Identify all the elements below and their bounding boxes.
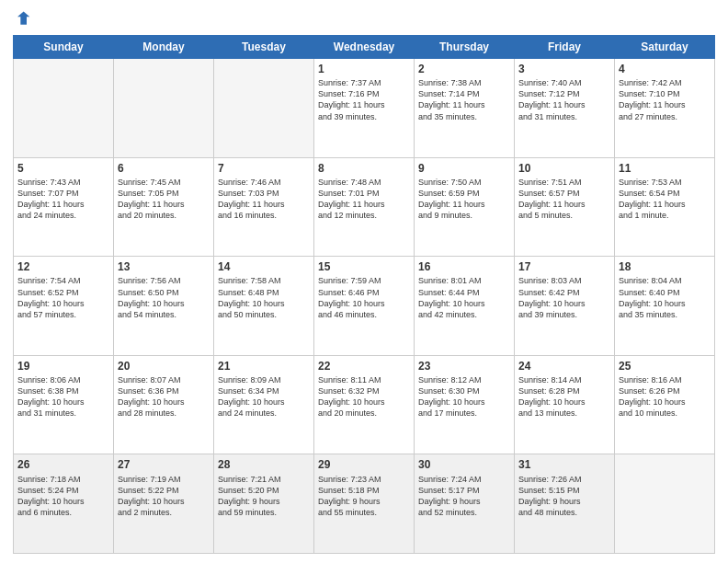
calendar-cell: 4Sunrise: 7:42 AM Sunset: 7:10 PM Daylig… (615, 59, 715, 158)
calendar-week-row: 19Sunrise: 8:06 AM Sunset: 6:38 PM Dayli… (14, 355, 715, 454)
day-number: 3 (518, 62, 610, 76)
header (13, 9, 715, 28)
day-info: Sunrise: 7:38 AM Sunset: 7:14 PM Dayligh… (418, 77, 510, 122)
calendar-cell: 12Sunrise: 7:54 AM Sunset: 6:52 PM Dayli… (14, 257, 114, 356)
day-info: Sunrise: 7:54 AM Sunset: 6:52 PM Dayligh… (17, 275, 109, 320)
day-number: 10 (518, 161, 610, 176)
calendar-cell (214, 59, 314, 158)
weekday-header-saturday: Saturday (615, 36, 715, 59)
page: SundayMondayTuesdayWednesdayThursdayFrid… (0, 0, 728, 563)
day-info: Sunrise: 7:37 AM Sunset: 7:16 PM Dayligh… (318, 77, 410, 122)
day-info: Sunrise: 8:04 AM Sunset: 6:40 PM Dayligh… (619, 275, 711, 320)
day-info: Sunrise: 7:46 AM Sunset: 7:03 PM Dayligh… (218, 177, 310, 222)
day-number: 8 (318, 161, 410, 176)
calendar-cell: 26Sunrise: 7:18 AM Sunset: 5:24 PM Dayli… (14, 454, 114, 554)
day-info: Sunrise: 8:01 AM Sunset: 6:44 PM Dayligh… (418, 275, 510, 320)
calendar-cell: 9Sunrise: 7:50 AM Sunset: 6:59 PM Daylig… (415, 157, 515, 257)
day-info: Sunrise: 7:59 AM Sunset: 6:46 PM Dayligh… (318, 275, 410, 320)
calendar-cell (114, 59, 214, 158)
day-number: 27 (118, 457, 210, 472)
weekday-header-thursday: Thursday (415, 36, 515, 59)
calendar-table: SundayMondayTuesdayWednesdayThursdayFrid… (13, 35, 715, 554)
day-number: 17 (518, 259, 610, 274)
calendar-week-row: 26Sunrise: 7:18 AM Sunset: 5:24 PM Dayli… (14, 454, 715, 554)
calendar-cell: 1Sunrise: 7:37 AM Sunset: 7:16 PM Daylig… (314, 59, 415, 158)
weekday-header-wednesday: Wednesday (314, 36, 415, 59)
day-number: 29 (318, 457, 410, 472)
day-number: 21 (218, 359, 310, 373)
day-number: 19 (17, 359, 109, 373)
calendar-cell (14, 59, 114, 158)
day-number: 2 (418, 62, 510, 76)
calendar-cell: 13Sunrise: 7:56 AM Sunset: 6:50 PM Dayli… (114, 257, 214, 356)
logo-icon (13, 9, 31, 28)
weekday-header-monday: Monday (114, 36, 214, 59)
calendar-cell: 18Sunrise: 8:04 AM Sunset: 6:40 PM Dayli… (615, 257, 715, 356)
day-info: Sunrise: 7:58 AM Sunset: 6:48 PM Dayligh… (218, 275, 310, 320)
day-info: Sunrise: 8:16 AM Sunset: 6:26 PM Dayligh… (619, 374, 711, 419)
day-number: 26 (17, 457, 109, 472)
day-number: 23 (418, 359, 510, 373)
calendar-week-row: 12Sunrise: 7:54 AM Sunset: 6:52 PM Dayli… (14, 257, 715, 356)
day-info: Sunrise: 8:09 AM Sunset: 6:34 PM Dayligh… (218, 374, 310, 419)
day-info: Sunrise: 7:23 AM Sunset: 5:18 PM Dayligh… (318, 474, 410, 519)
day-info: Sunrise: 7:18 AM Sunset: 5:24 PM Dayligh… (17, 474, 109, 519)
calendar-cell: 8Sunrise: 7:48 AM Sunset: 7:01 PM Daylig… (314, 157, 415, 257)
day-info: Sunrise: 7:51 AM Sunset: 6:57 PM Dayligh… (518, 177, 610, 222)
calendar-cell: 17Sunrise: 8:03 AM Sunset: 6:42 PM Dayli… (515, 257, 615, 356)
calendar-cell: 22Sunrise: 8:11 AM Sunset: 6:32 PM Dayli… (314, 355, 415, 454)
calendar-cell: 5Sunrise: 7:43 AM Sunset: 7:07 PM Daylig… (14, 157, 114, 257)
day-info: Sunrise: 7:48 AM Sunset: 7:01 PM Dayligh… (318, 177, 410, 222)
calendar-cell: 11Sunrise: 7:53 AM Sunset: 6:54 PM Dayli… (615, 157, 715, 257)
day-number: 12 (17, 259, 109, 274)
day-info: Sunrise: 7:56 AM Sunset: 6:50 PM Dayligh… (118, 275, 210, 320)
day-number: 25 (619, 359, 711, 373)
day-info: Sunrise: 7:24 AM Sunset: 5:17 PM Dayligh… (418, 474, 510, 519)
day-info: Sunrise: 7:26 AM Sunset: 5:15 PM Dayligh… (518, 474, 610, 519)
day-number: 14 (218, 259, 310, 274)
calendar-cell (615, 454, 715, 554)
calendar-week-row: 5Sunrise: 7:43 AM Sunset: 7:07 PM Daylig… (14, 157, 715, 257)
day-info: Sunrise: 7:40 AM Sunset: 7:12 PM Dayligh… (518, 77, 610, 122)
calendar-cell: 27Sunrise: 7:19 AM Sunset: 5:22 PM Dayli… (114, 454, 214, 554)
calendar-cell: 15Sunrise: 7:59 AM Sunset: 6:46 PM Dayli… (314, 257, 415, 356)
weekday-header-tuesday: Tuesday (214, 36, 314, 59)
calendar-cell: 20Sunrise: 8:07 AM Sunset: 6:36 PM Dayli… (114, 355, 214, 454)
weekday-header-friday: Friday (515, 36, 615, 59)
calendar-cell: 6Sunrise: 7:45 AM Sunset: 7:05 PM Daylig… (114, 157, 214, 257)
day-number: 22 (318, 359, 410, 373)
calendar-cell: 23Sunrise: 8:12 AM Sunset: 6:30 PM Dayli… (415, 355, 515, 454)
day-number: 20 (118, 359, 210, 373)
weekday-header-row: SundayMondayTuesdayWednesdayThursdayFrid… (14, 36, 715, 59)
calendar-cell: 24Sunrise: 8:14 AM Sunset: 6:28 PM Dayli… (515, 355, 615, 454)
calendar-cell: 21Sunrise: 8:09 AM Sunset: 6:34 PM Dayli… (214, 355, 314, 454)
calendar-week-row: 1Sunrise: 7:37 AM Sunset: 7:16 PM Daylig… (14, 59, 715, 158)
calendar-cell: 30Sunrise: 7:24 AM Sunset: 5:17 PM Dayli… (415, 454, 515, 554)
calendar-cell: 19Sunrise: 8:06 AM Sunset: 6:38 PM Dayli… (14, 355, 114, 454)
day-info: Sunrise: 7:42 AM Sunset: 7:10 PM Dayligh… (619, 77, 711, 122)
day-info: Sunrise: 7:19 AM Sunset: 5:22 PM Dayligh… (118, 474, 210, 519)
day-info: Sunrise: 7:21 AM Sunset: 5:20 PM Dayligh… (218, 474, 310, 519)
calendar-cell: 14Sunrise: 7:58 AM Sunset: 6:48 PM Dayli… (214, 257, 314, 356)
day-info: Sunrise: 8:14 AM Sunset: 6:28 PM Dayligh… (518, 374, 610, 419)
day-info: Sunrise: 7:43 AM Sunset: 7:07 PM Dayligh… (17, 177, 109, 222)
day-number: 31 (518, 457, 610, 472)
calendar-cell: 31Sunrise: 7:26 AM Sunset: 5:15 PM Dayli… (515, 454, 615, 554)
day-number: 4 (619, 62, 711, 76)
day-info: Sunrise: 8:03 AM Sunset: 6:42 PM Dayligh… (518, 275, 610, 320)
day-info: Sunrise: 7:50 AM Sunset: 6:59 PM Dayligh… (418, 177, 510, 222)
day-info: Sunrise: 7:53 AM Sunset: 6:54 PM Dayligh… (619, 177, 711, 222)
day-number: 6 (118, 161, 210, 176)
day-number: 7 (218, 161, 310, 176)
day-number: 15 (318, 259, 410, 274)
day-number: 24 (518, 359, 610, 373)
day-number: 11 (619, 161, 711, 176)
calendar-cell: 29Sunrise: 7:23 AM Sunset: 5:18 PM Dayli… (314, 454, 415, 554)
day-number: 9 (418, 161, 510, 176)
day-number: 16 (418, 259, 510, 274)
calendar-cell: 16Sunrise: 8:01 AM Sunset: 6:44 PM Dayli… (415, 257, 515, 356)
calendar-cell: 3Sunrise: 7:40 AM Sunset: 7:12 PM Daylig… (515, 59, 615, 158)
logo (13, 9, 33, 28)
calendar-cell: 25Sunrise: 8:16 AM Sunset: 6:26 PM Dayli… (615, 355, 715, 454)
day-info: Sunrise: 8:07 AM Sunset: 6:36 PM Dayligh… (118, 374, 210, 419)
